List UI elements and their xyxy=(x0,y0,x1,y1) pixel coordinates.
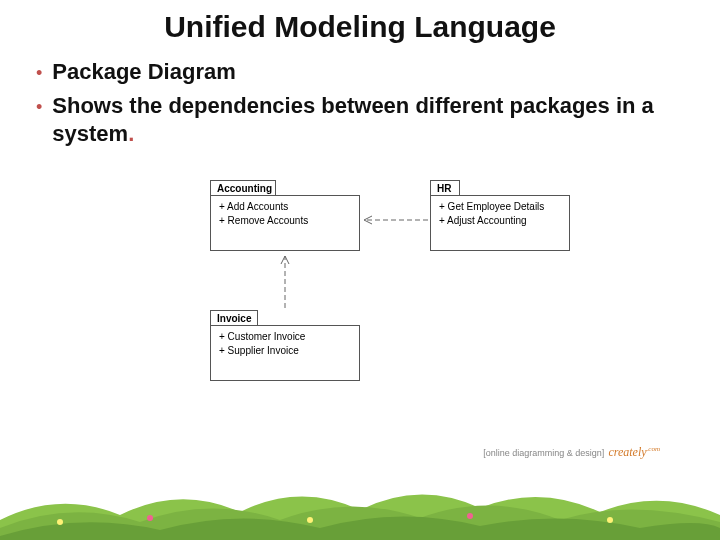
package-diagram: Accounting + Add Accounts + Remove Accou… xyxy=(140,180,600,420)
bullet-list: • Package Diagram • Shows the dependenci… xyxy=(36,58,684,148)
bullet-text: Package Diagram xyxy=(52,58,235,86)
slide-title: Unified Modeling Language xyxy=(0,10,720,44)
svg-point-3 xyxy=(467,513,473,519)
package-tab: Accounting xyxy=(210,180,276,196)
package-body: + Customer Invoice + Supplier Invoice xyxy=(210,325,360,381)
package-operation: + Supplier Invoice xyxy=(219,344,351,358)
attribution-suffix: .com xyxy=(647,445,660,453)
svg-point-0 xyxy=(57,519,63,525)
package-body: + Get Employee Details + Adjust Accounti… xyxy=(430,195,570,251)
attribution-logo: creately.com xyxy=(608,445,660,460)
bullet-text-main: Shows the dependencies between different… xyxy=(52,93,654,146)
bullet-text: Shows the dependencies between different… xyxy=(52,92,684,148)
package-operation: + Adjust Accounting xyxy=(439,214,561,228)
package-tab: HR xyxy=(430,180,460,196)
slide: Unified Modeling Language • Package Diag… xyxy=(0,10,720,540)
svg-point-4 xyxy=(607,517,613,523)
bullet-icon: • xyxy=(36,92,42,122)
package-body: + Add Accounts + Remove Accounts xyxy=(210,195,360,251)
svg-point-1 xyxy=(147,515,153,521)
svg-point-2 xyxy=(307,517,313,523)
attribution-tagline: [online diagramming & design] xyxy=(483,448,604,458)
package-operation: + Add Accounts xyxy=(219,200,351,214)
attribution: [online diagramming & design] creately.c… xyxy=(483,445,660,460)
attribution-brand: creately xyxy=(608,445,646,459)
bullet-icon: • xyxy=(36,58,42,88)
grass-decoration xyxy=(0,470,720,540)
bullet-period: . xyxy=(128,121,134,146)
package-operation: + Customer Invoice xyxy=(219,330,351,344)
bullet-item: • Shows the dependencies between differe… xyxy=(36,92,684,148)
package-operation: + Get Employee Details xyxy=(439,200,561,214)
bullet-item: • Package Diagram xyxy=(36,58,684,88)
package-operation: + Remove Accounts xyxy=(219,214,351,228)
package-tab: Invoice xyxy=(210,310,258,326)
